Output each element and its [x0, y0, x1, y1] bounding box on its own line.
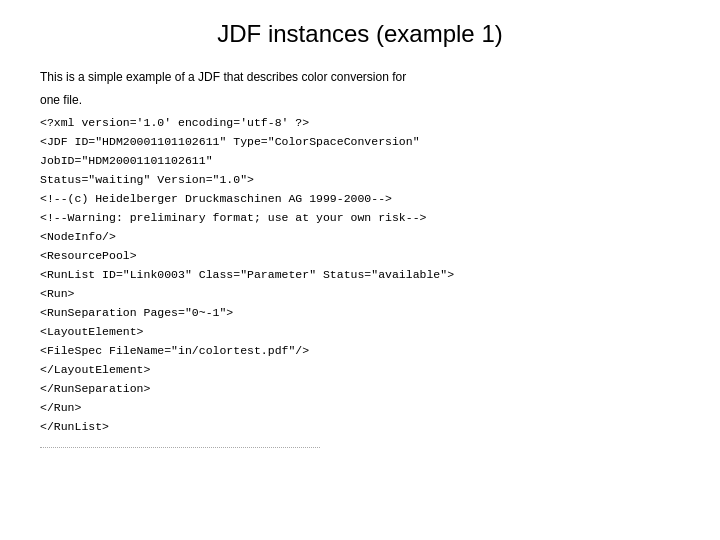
- code-line-7: <NodeInfo/>: [40, 228, 680, 247]
- code-line-6: <!--Warning: preliminary format; use at …: [40, 209, 680, 228]
- code-line-16: </Run>: [40, 399, 680, 418]
- code-line-13: <FileSpec FileName="in/colortest.pdf"/>: [40, 342, 680, 361]
- code-line-2: <JDF ID="HDM20001101102611" Type="ColorS…: [40, 133, 680, 152]
- page-title: JDF instances (example 1): [40, 20, 680, 48]
- content-area: This is a simple example of a JDF that d…: [40, 68, 680, 448]
- code-line-3: JobID="HDM20001101102611": [40, 152, 680, 171]
- section-divider: [40, 447, 320, 448]
- code-line-11: <RunSeparation Pages="0~-1">: [40, 304, 680, 323]
- code-line-14: </LayoutElement>: [40, 361, 680, 380]
- code-line-15: </RunSeparation>: [40, 380, 680, 399]
- code-line-12: <LayoutElement>: [40, 323, 680, 342]
- code-block: <?xml version='1.0' encoding='utf-8' ?> …: [40, 114, 680, 436]
- intro-line-2: one file.: [40, 91, 680, 110]
- code-line-10: <Run>: [40, 285, 680, 304]
- code-line-9: <RunList ID="Link0003" Class="Parameter"…: [40, 266, 680, 285]
- page: JDF instances (example 1) This is a simp…: [0, 0, 720, 540]
- intro-line-1: This is a simple example of a JDF that d…: [40, 68, 680, 87]
- code-line-1: <?xml version='1.0' encoding='utf-8' ?>: [40, 114, 680, 133]
- code-line-8: <ResourcePool>: [40, 247, 680, 266]
- code-line-17: </RunList>: [40, 418, 680, 437]
- code-line-4: Status="waiting" Version="1.0">: [40, 171, 680, 190]
- code-line-5: <!--(c) Heidelberger Druckmaschinen AG 1…: [40, 190, 680, 209]
